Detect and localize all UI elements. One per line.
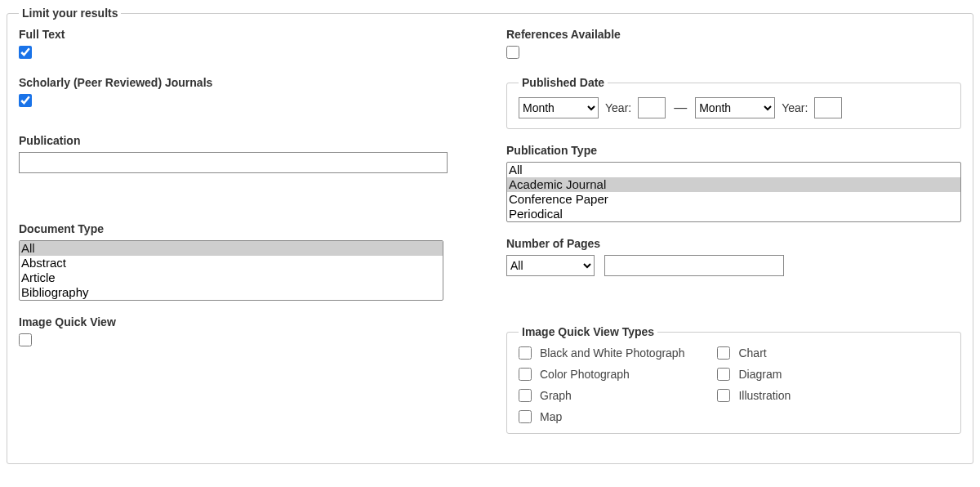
iq-type-item[interactable]: Black and White Photograph bbox=[519, 346, 684, 360]
start-year-input[interactable] bbox=[638, 97, 666, 118]
right-column: References Available Published Date Mont… bbox=[506, 28, 961, 449]
image-quick-view-types-block: Image Quick View Types Black and White P… bbox=[506, 325, 961, 434]
document-type-select[interactable]: AllAbstractArticleBibliography bbox=[19, 240, 443, 301]
iq-type-label: Color Photograph bbox=[540, 368, 630, 381]
published-date-block: Published Date Month Year: — Month Year: bbox=[506, 76, 961, 129]
pages-condition-select[interactable]: All bbox=[506, 255, 595, 276]
publication-label: Publication bbox=[19, 134, 474, 147]
iq-type-label: Map bbox=[540, 410, 562, 423]
iq-types-col1: Black and White PhotographColor Photogra… bbox=[519, 346, 684, 423]
columns: Full Text Scholarly (Peer Reviewed) Jour… bbox=[19, 28, 961, 449]
iq-type-item[interactable]: Color Photograph bbox=[519, 368, 684, 381]
publication-type-label: Publication Type bbox=[506, 144, 961, 157]
number-of-pages-block: Number of Pages All bbox=[506, 237, 961, 276]
iq-type-item[interactable]: Chart bbox=[717, 346, 791, 360]
limit-results-legend: Limit your results bbox=[19, 7, 121, 20]
references-available-label: References Available bbox=[506, 28, 961, 41]
iq-type-label: Graph bbox=[540, 389, 572, 402]
image-quick-view-checkbox[interactable] bbox=[19, 333, 32, 346]
full-text-block: Full Text bbox=[19, 28, 474, 61]
iq-type-checkbox[interactable] bbox=[519, 368, 532, 381]
iq-type-item[interactable]: Map bbox=[519, 410, 684, 423]
image-quick-view-types-legend: Image Quick View Types bbox=[519, 325, 657, 338]
start-year-label: Year: bbox=[605, 101, 631, 114]
end-month-select[interactable]: Month bbox=[695, 97, 775, 118]
publication-type-select[interactable]: AllAcademic JournalConference PaperPerio… bbox=[506, 162, 961, 222]
iq-type-label: Illustration bbox=[738, 389, 791, 402]
iq-type-checkbox[interactable] bbox=[717, 368, 730, 381]
iq-type-checkbox[interactable] bbox=[717, 346, 730, 360]
full-text-checkbox[interactable] bbox=[19, 46, 32, 59]
iq-type-label: Black and White Photograph bbox=[540, 346, 684, 360]
iq-type-label: Chart bbox=[738, 346, 766, 360]
iq-type-checkbox[interactable] bbox=[717, 389, 730, 402]
limit-results-fieldset: Limit your results Full Text Scholarly (… bbox=[7, 7, 973, 464]
start-month-select[interactable]: Month bbox=[519, 97, 599, 118]
publication-input[interactable] bbox=[19, 152, 448, 173]
published-date-legend: Published Date bbox=[519, 76, 608, 89]
image-quick-view-block: Image Quick View bbox=[19, 315, 474, 349]
references-available-checkbox[interactable] bbox=[506, 46, 519, 59]
iq-type-checkbox[interactable] bbox=[519, 346, 532, 360]
publication-block: Publication bbox=[19, 134, 474, 173]
end-year-label: Year: bbox=[782, 101, 808, 114]
scholarly-label: Scholarly (Peer Reviewed) Journals bbox=[19, 76, 474, 89]
publication-type-block: Publication Type AllAcademic JournalConf… bbox=[506, 144, 961, 222]
iq-type-checkbox[interactable] bbox=[519, 410, 532, 423]
end-year-input[interactable] bbox=[814, 97, 842, 118]
date-separator: — bbox=[672, 101, 688, 115]
scholarly-checkbox[interactable] bbox=[19, 94, 32, 107]
document-type-block: Document Type AllAbstractArticleBibliogr… bbox=[19, 222, 474, 301]
iq-type-item[interactable]: Graph bbox=[519, 389, 684, 402]
image-quick-view-label: Image Quick View bbox=[19, 315, 474, 328]
left-column: Full Text Scholarly (Peer Reviewed) Jour… bbox=[19, 28, 474, 449]
scholarly-block: Scholarly (Peer Reviewed) Journals bbox=[19, 76, 474, 109]
document-type-label: Document Type bbox=[19, 222, 474, 235]
iq-type-item[interactable]: Illustration bbox=[717, 389, 791, 402]
published-date-row: Month Year: — Month Year: bbox=[519, 97, 949, 118]
iq-type-label: Diagram bbox=[738, 368, 782, 381]
pages-value-input[interactable] bbox=[604, 255, 784, 276]
references-available-block: References Available bbox=[506, 28, 961, 61]
published-date-fieldset: Published Date Month Year: — Month Year: bbox=[506, 76, 961, 129]
iq-type-checkbox[interactable] bbox=[519, 389, 532, 402]
iq-type-item[interactable]: Diagram bbox=[717, 368, 791, 381]
number-of-pages-label: Number of Pages bbox=[506, 237, 961, 250]
full-text-label: Full Text bbox=[19, 28, 474, 41]
pages-row: All bbox=[506, 255, 961, 276]
iq-types-row: Black and White PhotographColor Photogra… bbox=[519, 346, 949, 423]
image-quick-view-types-fieldset: Image Quick View Types Black and White P… bbox=[506, 325, 961, 434]
iq-types-col2: ChartDiagramIllustration bbox=[717, 346, 791, 423]
